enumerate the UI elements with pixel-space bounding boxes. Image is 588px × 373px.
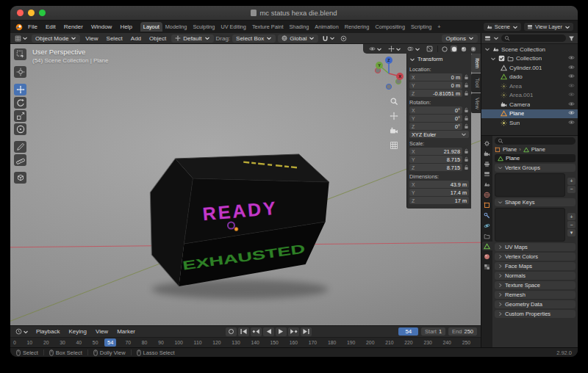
scene-selector[interactable]: Scene xyxy=(484,23,521,31)
menu-window[interactable]: Window xyxy=(87,23,115,31)
breadcrumb-object[interactable]: Plane xyxy=(503,146,517,153)
transform-tool[interactable] xyxy=(14,123,26,135)
sidebar-tab-view[interactable]: View xyxy=(471,93,481,114)
dimensions-x-field[interactable]: X43.9 m xyxy=(409,181,469,188)
add-cube-tool[interactable] xyxy=(14,172,26,184)
dimensions-y-field[interactable]: Y17.4 m xyxy=(409,189,469,196)
menu-help[interactable]: Help xyxy=(116,23,135,31)
section-custom-properties[interactable]: Custom Properties xyxy=(495,310,576,318)
select-box-tool[interactable] xyxy=(14,48,26,60)
menu-add[interactable]: Add xyxy=(128,35,144,43)
tab-physics[interactable] xyxy=(482,221,492,230)
outliner-row-area-001[interactable]: Area.001 xyxy=(481,91,578,101)
shading-material-button[interactable] xyxy=(460,46,467,52)
menu-view[interactable]: View xyxy=(82,35,101,43)
timeline-editor-type-button[interactable] xyxy=(14,327,30,336)
location-y-field[interactable]: Y0 m xyxy=(409,82,462,89)
shading-rendered-button[interactable] xyxy=(470,46,476,52)
minimize-window-button[interactable] xyxy=(28,10,35,16)
editor-type-button[interactable] xyxy=(13,35,29,43)
camera-view-button[interactable] xyxy=(390,126,398,135)
visibility-toggle[interactable] xyxy=(568,109,575,117)
vertex-groups-list[interactable] xyxy=(495,173,565,197)
workspace-tab-sculpting[interactable]: Sculpting xyxy=(190,22,218,32)
outliner-row-camera[interactable]: Camera xyxy=(481,100,578,109)
expand-icon[interactable] xyxy=(490,56,496,62)
visibility-toggle[interactable] xyxy=(568,82,575,90)
object-type-visibility-dropdown[interactable] xyxy=(368,45,384,53)
perspective-toggle-button[interactable] xyxy=(390,141,398,150)
outliner-row-sun[interactable]: Sun xyxy=(481,118,578,128)
jump-to-end-button[interactable] xyxy=(301,327,312,336)
remove-shape-key-button[interactable]: − xyxy=(567,221,576,228)
outliner-row-collection[interactable]: Collection xyxy=(481,54,578,64)
play-button[interactable] xyxy=(276,327,287,336)
scale-z-field[interactable]: Z8.715 xyxy=(409,164,462,171)
section-geometry-data[interactable]: Geometry Data xyxy=(495,300,576,308)
tab-material[interactable] xyxy=(482,252,492,261)
workspace-tab-compositing[interactable]: Compositing xyxy=(372,22,408,32)
measure-tool[interactable] xyxy=(14,154,26,166)
next-keyframe-button[interactable] xyxy=(288,327,299,336)
workspace-tab-animation[interactable]: Animation xyxy=(312,22,341,32)
sidebar-tab-item[interactable]: Item xyxy=(471,54,481,73)
mode-dropdown[interactable]: Object Mode xyxy=(32,35,80,43)
start-frame-field[interactable]: Start1 xyxy=(421,327,445,336)
shading-solid-button[interactable] xyxy=(451,46,457,52)
breadcrumb-data[interactable]: Plane xyxy=(531,146,545,153)
add-workspace-button[interactable]: + xyxy=(434,22,443,32)
rotation-x-field[interactable]: X0° xyxy=(409,106,462,114)
lock-icon[interactable] xyxy=(464,82,469,88)
drag-mode-dropdown[interactable]: Select Box xyxy=(232,35,276,43)
cursor-tool[interactable] xyxy=(14,66,26,78)
tab-render[interactable] xyxy=(482,149,492,158)
pan-button[interactable] xyxy=(390,112,398,120)
outliner-editor-icon[interactable] xyxy=(484,35,491,42)
gizmo-negative-z[interactable] xyxy=(386,84,391,89)
tool-orientation-dropdown[interactable]: Default xyxy=(171,35,213,43)
workspace-tab-modeling[interactable]: Modeling xyxy=(162,22,190,32)
menu-timeline-view[interactable]: View xyxy=(93,327,111,336)
workspace-tab-scripting[interactable]: Scripting xyxy=(408,22,434,32)
location-x-field[interactable]: X0 m xyxy=(409,73,462,81)
section-vertex-colors[interactable]: Vertex Colors xyxy=(495,253,576,261)
jump-to-start-button[interactable] xyxy=(238,327,249,336)
zoom-button[interactable] xyxy=(390,97,398,106)
section-normals[interactable]: Normals xyxy=(495,272,576,280)
current-frame-field[interactable]: 54 xyxy=(398,327,418,336)
outliner-row-cylinder[interactable]: Cylinder.001 xyxy=(481,63,578,73)
menu-select[interactable]: Select xyxy=(104,35,126,43)
blender-logo[interactable] xyxy=(15,23,24,32)
play-reverse-button[interactable] xyxy=(263,327,274,336)
tab-texture[interactable] xyxy=(482,262,492,271)
shape-key-specials-button[interactable]: ▾ xyxy=(567,229,576,236)
close-window-button[interactable] xyxy=(17,10,24,16)
tab-modifiers[interactable] xyxy=(482,211,492,220)
data-name-field[interactable]: Plane xyxy=(495,154,576,162)
menu-render[interactable]: Render xyxy=(60,23,87,31)
visibility-toggle[interactable] xyxy=(568,73,575,81)
section-uv-maps[interactable]: UV Maps xyxy=(495,243,576,251)
tab-constraints[interactable] xyxy=(482,231,492,240)
add-vertex-group-button[interactable]: + xyxy=(567,178,576,185)
previous-keyframe-button[interactable] xyxy=(251,327,262,336)
visibility-toggle[interactable] xyxy=(568,101,575,109)
transform-orientation-dropdown[interactable]: Global xyxy=(278,35,318,43)
outliner-row-area[interactable]: Area xyxy=(481,82,578,91)
workspace-tab-rendering[interactable]: Rendering xyxy=(342,22,373,32)
remove-vertex-group-button[interactable]: − xyxy=(567,186,576,193)
visibility-toggle[interactable] xyxy=(568,54,575,62)
3d-viewport[interactable]: READY EXHAUSTED xyxy=(10,44,481,325)
outliner-row-plane[interactable]: Plane xyxy=(481,109,578,119)
shape-keys-list[interactable] xyxy=(495,208,565,242)
outliner-row-scene-collection[interactable]: Scene Collection xyxy=(481,45,578,54)
filter-icon[interactable] xyxy=(568,35,575,42)
view-layer-selector[interactable]: View Layer xyxy=(524,23,573,31)
tab-object-data[interactable] xyxy=(482,242,492,250)
visibility-toggle[interactable] xyxy=(568,119,575,127)
properties-search-input[interactable] xyxy=(495,137,576,145)
lock-icon[interactable] xyxy=(464,148,469,154)
menu-playback[interactable]: Playback xyxy=(33,327,62,336)
tab-view-layer[interactable] xyxy=(482,170,492,178)
xray-toggle[interactable] xyxy=(425,45,434,53)
